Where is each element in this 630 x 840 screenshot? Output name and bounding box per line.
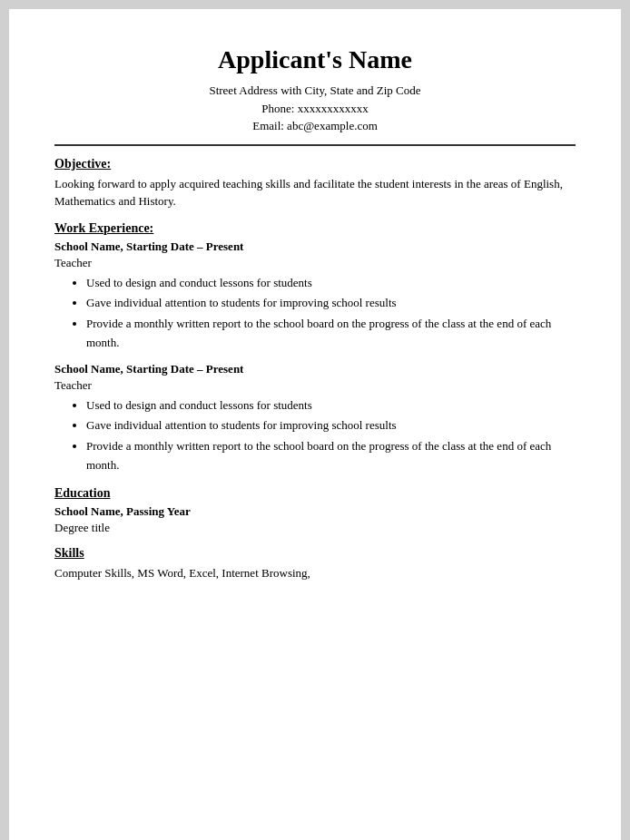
job-entry-1: School Name, Starting Date – Present Tea…: [54, 239, 576, 353]
skills-title: Skills: [54, 546, 576, 561]
bullet-item: Used to design and conduct lessons for s…: [86, 396, 576, 415]
bullet-item: Provide a monthly written report to the …: [86, 315, 576, 353]
bullet-item: Provide a monthly written report to the …: [86, 437, 576, 475]
objective-body: Looking forward to apply acquired teachi…: [54, 175, 576, 210]
bullet-item: Gave individual attention to students fo…: [86, 416, 576, 435]
education-school: School Name, Passing Year: [54, 504, 576, 519]
skills-body: Computer Skills, MS Word, Excel, Interne…: [54, 564, 576, 582]
job-2-title: School Name, Starting Date – Present: [54, 362, 576, 376]
bullet-item: Used to design and conduct lessons for s…: [86, 274, 576, 293]
job-2-bullets: Used to design and conduct lessons for s…: [54, 396, 576, 475]
header-address: Street Address with City, State and Zip …: [54, 82, 576, 100]
header-section: Applicant's Name Street Address with Cit…: [54, 45, 576, 135]
job-2-role: Teacher: [54, 378, 576, 393]
education-title: Education: [54, 486, 576, 501]
bullet-item: Gave individual attention to students fo…: [86, 294, 576, 313]
job-1-role: Teacher: [54, 256, 576, 270]
education-section: Education School Name, Passing Year Degr…: [54, 486, 576, 535]
job-entry-2: School Name, Starting Date – Present Tea…: [54, 362, 576, 475]
resume-page: Applicant's Name Street Address with Cit…: [9, 9, 621, 840]
header-email: Email: abc@example.com: [54, 117, 576, 135]
job-1-title: School Name, Starting Date – Present: [54, 239, 576, 254]
objective-section: Objective: Looking forward to apply acqu…: [54, 157, 576, 210]
objective-title: Objective:: [54, 157, 576, 171]
job-1-bullets: Used to design and conduct lessons for s…: [54, 274, 576, 353]
header-divider: [54, 144, 576, 146]
work-experience-title: Work Experience:: [54, 221, 576, 236]
work-experience-section: Work Experience: School Name, Starting D…: [54, 221, 576, 475]
header-phone: Phone: xxxxxxxxxxxx: [54, 100, 576, 118]
skills-section: Skills Computer Skills, MS Word, Excel, …: [54, 546, 576, 582]
applicant-name: Applicant's Name: [54, 45, 576, 74]
education-degree: Degree title: [54, 521, 576, 535]
